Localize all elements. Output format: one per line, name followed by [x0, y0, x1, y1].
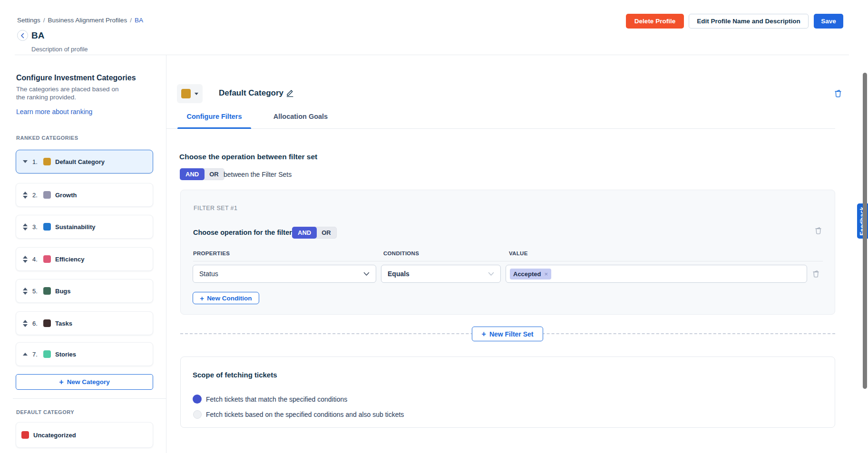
category-name: Bugs [55, 288, 71, 295]
property-select-value: Status [199, 270, 218, 278]
tab-configure-filters[interactable]: Configure Filters [177, 113, 251, 120]
value-input[interactable]: Accepted × [506, 265, 807, 283]
arrow-left-icon [20, 33, 26, 39]
category-item-bugs[interactable]: 5. Bugs [16, 279, 153, 303]
breadcrumb-separator: / [43, 17, 45, 24]
category-color-swatch [43, 255, 51, 263]
category-name: Sustainability [55, 223, 96, 231]
category-item-efficiency[interactable]: 4. Efficiency [16, 247, 153, 271]
sort-down-icon [23, 324, 28, 327]
new-condition-label: New Condition [207, 295, 252, 302]
category-name: Tasks [55, 320, 72, 327]
page-title: BA [31, 30, 44, 41]
tabs-divider [166, 128, 835, 129]
category-item-default-category[interactable]: 1. Default Category [16, 150, 153, 173]
scope-option-label[interactable]: Fetch tickets that match the specified c… [206, 395, 347, 403]
delete-profile-button[interactable]: Delete Profile [626, 14, 684, 29]
category-color-swatch [21, 431, 29, 439]
category-item-uncategorized[interactable]: Uncategorized [16, 422, 153, 448]
category-color-swatch [43, 350, 51, 358]
edit-profile-button[interactable]: Edit Profile Name and Description [689, 14, 809, 29]
plus-icon: + [59, 378, 63, 386]
and-toggle-option[interactable]: AND [180, 168, 205, 180]
filter-operator-toggle: AND OR [292, 227, 337, 239]
ranked-categories-label: RANKED CATEGORIES [16, 135, 78, 141]
category-item-sustainability[interactable]: 3. Sustainability [16, 215, 153, 239]
category-color-swatch [181, 89, 191, 98]
scope-option-radio-selected[interactable] [193, 395, 202, 404]
between-filter-sets-text: between the Filter Sets [224, 171, 292, 178]
value-chip: Accepted × [510, 269, 551, 280]
business-alignment-profile-page: Settings / Business Alignment Profiles /… [0, 0, 868, 453]
sort-down-icon [23, 292, 28, 295]
vertical-scrollbar[interactable] [863, 73, 867, 389]
new-condition-button[interactable]: + New Condition [193, 292, 259, 304]
breadcrumb-current: BA [135, 17, 143, 24]
category-name: Default Category [55, 158, 105, 165]
category-color-swatch [43, 287, 51, 295]
back-button[interactable] [17, 30, 28, 41]
filter-set-card: FILTER SET #1 Choose operation for the f… [180, 190, 835, 315]
sidebar-divider [13, 398, 166, 399]
category-rank: 4. [32, 256, 39, 263]
category-name: Uncategorized [33, 432, 76, 439]
tab-allocation-goals[interactable]: Allocation Goals [265, 113, 336, 120]
and-toggle-option[interactable]: AND [292, 227, 317, 239]
category-color-picker[interactable] [177, 84, 203, 103]
reorder-handle[interactable] [22, 223, 28, 231]
sort-down-icon [23, 228, 28, 231]
new-filter-set-button[interactable]: + New Filter Set [472, 327, 543, 341]
category-rank: 2. [32, 192, 39, 199]
sidebar-subheading: The categories are placed based on the r… [16, 85, 124, 101]
category-name: Growth [55, 192, 77, 199]
scope-option-radio-unselected[interactable] [193, 410, 202, 419]
category-color-swatch [43, 223, 51, 231]
default-category-label: DEFAULT CATEGORY [16, 409, 74, 415]
scope-heading: Scope of fetching tickets [193, 371, 277, 379]
chevron-down-icon [363, 272, 370, 276]
new-category-button[interactable]: + New Category [16, 374, 153, 390]
learn-more-link[interactable]: Learn more about ranking [16, 108, 92, 116]
or-toggle-option[interactable]: OR [316, 227, 336, 238]
reorder-handle[interactable] [22, 320, 28, 327]
edit-category-name-button[interactable] [285, 88, 294, 97]
sort-up-icon [23, 256, 28, 259]
column-header-value: VALUE [509, 251, 528, 256]
delete-condition-button[interactable] [812, 270, 819, 278]
or-toggle-option[interactable]: OR [204, 169, 224, 180]
chevron-down-icon [195, 93, 198, 95]
chip-remove-icon[interactable]: × [545, 271, 548, 277]
category-item-growth[interactable]: 2. Growth [16, 183, 153, 207]
delete-filter-set-button[interactable] [815, 226, 822, 234]
category-color-swatch [43, 158, 51, 165]
trash-icon [815, 226, 822, 234]
category-title: Default Category [219, 88, 283, 98]
value-chip-label: Accepted [513, 270, 541, 278]
save-button[interactable]: Save [814, 14, 843, 29]
active-tab-underline [177, 127, 251, 129]
sort-down-icon [23, 196, 28, 199]
sort-up-icon [23, 223, 28, 226]
reorder-handle[interactable] [22, 353, 28, 356]
property-select[interactable]: Status [193, 265, 376, 283]
chevron-down-icon [488, 272, 494, 276]
reorder-handle[interactable] [22, 192, 28, 199]
scope-option-label[interactable]: Fetch tickets based on the specified con… [206, 411, 404, 418]
category-item-stories[interactable]: 7. Stories [16, 342, 153, 366]
scope-card: Scope of fetching tickets Fetch tickets … [180, 357, 835, 428]
plus-icon: + [200, 294, 204, 302]
content-divider [166, 55, 166, 453]
reorder-handle[interactable] [22, 288, 28, 295]
condition-select-value: Equals [388, 270, 410, 278]
delete-category-button[interactable] [834, 89, 842, 97]
breadcrumb-profiles[interactable]: Business Alignment Profiles [48, 17, 127, 24]
new-category-label: New Category [67, 378, 110, 386]
category-item-tasks[interactable]: 6. Tasks [16, 311, 153, 335]
breadcrumb-settings[interactable]: Settings [17, 17, 40, 24]
category-name: Stories [55, 351, 76, 358]
reorder-handle[interactable] [22, 256, 28, 263]
condition-select[interactable]: Equals [381, 265, 501, 283]
category-color-swatch [43, 319, 51, 327]
plus-icon: + [482, 330, 486, 338]
reorder-handle[interactable] [22, 160, 28, 163]
